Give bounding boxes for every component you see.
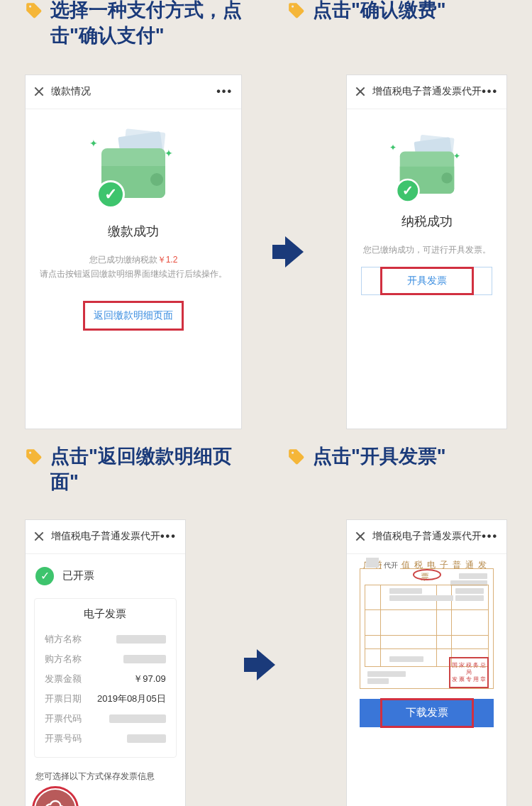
download-invoice-button[interactable]: 下载发票 bbox=[360, 699, 494, 727]
invoice-preview: 广东增值税电子普通发票 代开 国 家 税 务 总 bbox=[360, 568, 494, 689]
more-icon[interactable]: ••• bbox=[482, 530, 498, 543]
invoice-amount: ￥97.09 bbox=[133, 673, 166, 685]
arrow-right-icon bbox=[249, 649, 283, 680]
more-icon[interactable]: ••• bbox=[216, 85, 233, 98]
close-icon[interactable] bbox=[355, 531, 365, 541]
close-icon[interactable] bbox=[34, 87, 44, 96]
invoice-card: 电子发票 销方名称 购方名称 发票金额￥97.09 开票日期2019年08月05… bbox=[34, 598, 177, 758]
tag-icon bbox=[25, 448, 43, 469]
step-caption: 选择一种支付方式，点击"确认支付" bbox=[50, 0, 245, 49]
issue-invoice-button[interactable]: 开具发票 bbox=[361, 267, 492, 295]
phone-screenshot: 增值税电子普通发票代开 ••• ✦ ✦ ✓ 纳税成功 您已缴纳成功，可进行开具发… bbox=[346, 74, 507, 429]
close-icon[interactable] bbox=[355, 87, 365, 96]
step-caption: 点击"确认缴费" bbox=[313, 0, 446, 23]
success-subtext: 您已成功缴纳税款￥1.2 bbox=[26, 253, 241, 267]
tag-icon bbox=[287, 1, 306, 23]
success-subtext-2: 请点击按钮返回缴款明细界面继续进行后续操作。 bbox=[26, 267, 241, 281]
wallet-success-icon: ✦ ✦ ✓ bbox=[91, 131, 176, 209]
screen-title: 缴款情况 bbox=[51, 85, 91, 98]
screen-title: 增值税电子普通发票代开 bbox=[51, 530, 160, 543]
more-icon[interactable]: ••• bbox=[482, 85, 498, 98]
download-icon[interactable] bbox=[35, 790, 75, 806]
screen-title: 增值税电子普通发票代开 bbox=[372, 85, 482, 98]
phone-screenshot: 增值税电子普通发票代开 ••• ✓ 已开票 电子发票 销方名称 购方名称 发票金… bbox=[25, 519, 186, 806]
tag-icon bbox=[25, 1, 43, 23]
invoice-date: 2019年08月05日 bbox=[97, 692, 166, 705]
arrow-right-icon bbox=[277, 236, 311, 267]
phone-screenshot: 缴款情况 ••• ✦ ✦ ✓ 缴款成功 您已成功缴纳税款￥1.2 请点击按钮返回… bbox=[25, 74, 242, 429]
step-caption: 点击"开具发票" bbox=[313, 443, 446, 469]
success-title: 缴款成功 bbox=[26, 223, 241, 240]
card-title: 电子发票 bbox=[45, 607, 166, 621]
step-caption: 点击"返回缴款明细页面" bbox=[50, 443, 245, 495]
tag-icon bbox=[287, 448, 306, 469]
wallet-success-icon: ✦ ✦ ✓ bbox=[391, 136, 463, 203]
close-icon[interactable] bbox=[34, 531, 44, 541]
status-badge: 已开票 bbox=[62, 569, 94, 583]
save-hint: 您可选择以下方式保存发票信息 bbox=[26, 763, 185, 788]
success-title: 纳税成功 bbox=[347, 213, 506, 230]
check-icon: ✓ bbox=[35, 567, 54, 585]
return-detail-button[interactable]: 返回缴款明细页面 bbox=[84, 302, 183, 330]
phone-screenshot: 增值税电子普通发票代开 ••• 广东增值税电子普通发票 代开 bbox=[346, 519, 507, 806]
screen-title: 增值税电子普通发票代开 bbox=[372, 530, 482, 543]
more-icon[interactable]: ••• bbox=[160, 530, 177, 543]
success-subtext: 您已缴纳成功，可进行开具发票。 bbox=[347, 243, 506, 257]
tax-seal: 国 家 税 务 总 局 发 票 专 用 章 bbox=[449, 657, 489, 688]
